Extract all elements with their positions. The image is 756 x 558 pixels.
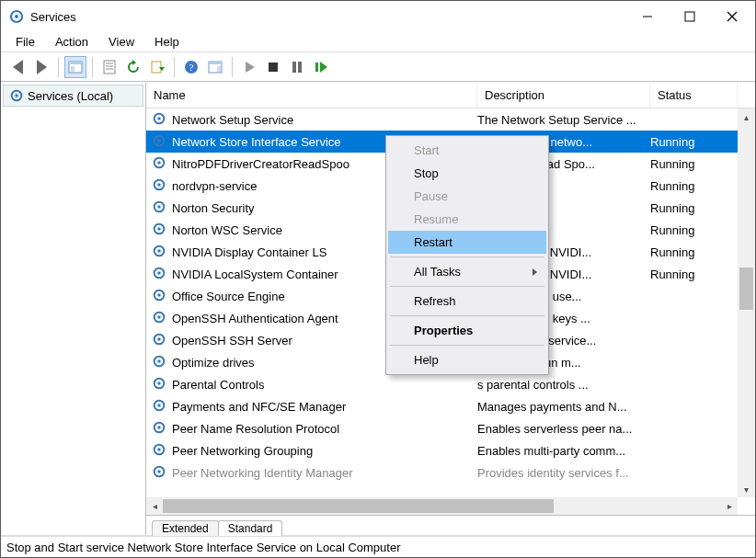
svg-point-62 <box>157 470 161 473</box>
service-name: Parental Controls <box>172 378 477 392</box>
svg-rect-8 <box>71 66 74 72</box>
scroll-right-button[interactable]: ▸ <box>721 501 738 511</box>
show-hide-action-pane-button[interactable] <box>204 56 226 78</box>
hscroll-thumb[interactable] <box>163 499 554 513</box>
svg-point-38 <box>157 205 161 209</box>
back-button[interactable] <box>6 56 29 78</box>
tree-item-label: Services (Local) <box>28 89 113 103</box>
service-description: s parental controls ... <box>477 378 650 392</box>
vertical-scrollbar[interactable]: ▴ ▾ <box>738 108 755 497</box>
horizontal-scrollbar[interactable]: ◂ ▸ <box>146 497 738 515</box>
column-header-name[interactable]: Name <box>146 83 477 108</box>
statusbar-text: Stop and Start service Network Store Int… <box>6 541 400 554</box>
pause-icon <box>290 60 304 74</box>
tab-extended[interactable]: Extended <box>152 520 219 536</box>
svg-rect-7 <box>69 62 82 64</box>
context-menu-item-stop[interactable]: Stop <box>388 162 546 185</box>
console-tree-icon <box>68 60 83 74</box>
menu-action[interactable]: Action <box>46 33 99 51</box>
svg-point-48 <box>157 315 161 319</box>
menubar: File Action View Help <box>1 32 755 52</box>
service-status: Running <box>650 135 724 149</box>
show-hide-console-tree-button[interactable] <box>64 56 86 78</box>
tree-pane: Services (Local) <box>1 83 146 535</box>
help-button[interactable]: ? <box>180 56 202 78</box>
gear-icon <box>152 420 168 437</box>
tree-item-services-local[interactable]: Services (Local) <box>3 85 143 107</box>
list-pane: Name Description Status Network Setup Se… <box>146 83 755 535</box>
gear-icon <box>152 288 168 304</box>
menu-view[interactable]: View <box>99 33 145 51</box>
scroll-down-button[interactable]: ▾ <box>738 481 755 497</box>
properties-button[interactable] <box>98 56 120 78</box>
menu-file[interactable]: File <box>6 33 46 51</box>
service-row[interactable]: Peer Name Resolution ProtocolEnables ser… <box>146 417 738 439</box>
start-service-button[interactable] <box>238 56 260 78</box>
gear-icon <box>9 88 24 103</box>
tabset: Extended Standard <box>146 515 755 535</box>
gear-icon <box>152 442 168 459</box>
service-row[interactable]: Payments and NFC/SE ManagerManages payme… <box>146 395 738 417</box>
context-menu-separator <box>390 345 544 346</box>
hscroll-track[interactable] <box>163 497 721 515</box>
column-header-status[interactable]: Status <box>650 83 738 108</box>
gear-icon <box>152 222 168 238</box>
refresh-button[interactable] <box>122 56 144 78</box>
service-name: Peer Networking Identity Manager <box>172 466 477 480</box>
gear-icon <box>152 354 168 370</box>
svg-marker-21 <box>246 62 255 73</box>
gear-icon <box>152 177 168 194</box>
maximize-button[interactable] <box>669 3 711 30</box>
export-list-button[interactable] <box>146 56 168 78</box>
scroll-track[interactable] <box>738 125 755 481</box>
scroll-left-button[interactable]: ◂ <box>146 501 163 511</box>
service-status: Running <box>650 245 724 259</box>
svg-point-50 <box>157 337 161 341</box>
gear-icon <box>152 376 168 393</box>
close-button[interactable] <box>711 3 753 30</box>
restart-icon <box>314 60 328 74</box>
service-row[interactable]: Peer Networking Identity ManagerProvides… <box>146 461 738 484</box>
gear-icon <box>152 133 168 150</box>
restart-service-button[interactable] <box>310 56 332 78</box>
gear-icon <box>152 310 168 326</box>
pause-service-button[interactable] <box>286 56 308 78</box>
context-menu-item-refresh[interactable]: Refresh <box>388 290 546 313</box>
column-header-description[interactable]: Description <box>477 83 650 108</box>
stop-service-button[interactable] <box>262 56 284 78</box>
service-status: Running <box>650 223 724 237</box>
service-row[interactable]: Network Setup ServiceThe Network Setup S… <box>146 108 738 131</box>
context-menu-item-help[interactable]: Help <box>388 348 546 371</box>
service-row[interactable]: Parental Controlss parental controls ... <box>146 373 738 395</box>
svg-point-28 <box>15 94 18 97</box>
svg-point-60 <box>157 448 161 451</box>
service-row[interactable]: Peer Networking GroupingEnables multi-pa… <box>146 439 738 461</box>
toolbar-sep <box>232 57 233 77</box>
tab-standard[interactable]: Standard <box>218 520 283 536</box>
forward-button[interactable] <box>30 56 52 78</box>
svg-text:?: ? <box>189 62 194 73</box>
context-menu-item-start: Start <box>388 139 546 162</box>
context-menu-item-pause: Pause <box>388 185 546 208</box>
context-menu-item-properties[interactable]: Properties <box>388 319 546 342</box>
service-name: Payments and NFC/SE Manager <box>172 400 477 414</box>
context-menu-separator <box>390 315 544 316</box>
context-menu-item-all-tasks[interactable]: All Tasks <box>388 260 546 283</box>
gear-icon <box>152 199 168 216</box>
menu-help[interactable]: Help <box>145 33 190 51</box>
properties-icon <box>102 60 117 74</box>
svg-rect-25 <box>315 63 318 72</box>
service-name: Network Setup Service <box>172 113 477 127</box>
context-menu: StartStopPauseResumeRestartAll TasksRefr… <box>385 135 549 375</box>
minimize-button[interactable] <box>626 3 669 30</box>
service-status: Running <box>650 201 724 215</box>
context-menu-item-resume: Resume <box>388 208 546 231</box>
scroll-thumb[interactable] <box>739 268 753 310</box>
svg-rect-24 <box>298 62 302 73</box>
svg-point-1 <box>15 15 18 18</box>
context-menu-item-restart[interactable]: Restart <box>388 231 546 254</box>
service-name: Peer Name Resolution Protocol <box>172 422 477 436</box>
toolbar-sep <box>174 57 175 77</box>
scroll-up-button[interactable]: ▴ <box>738 108 755 125</box>
svg-point-44 <box>157 271 161 275</box>
